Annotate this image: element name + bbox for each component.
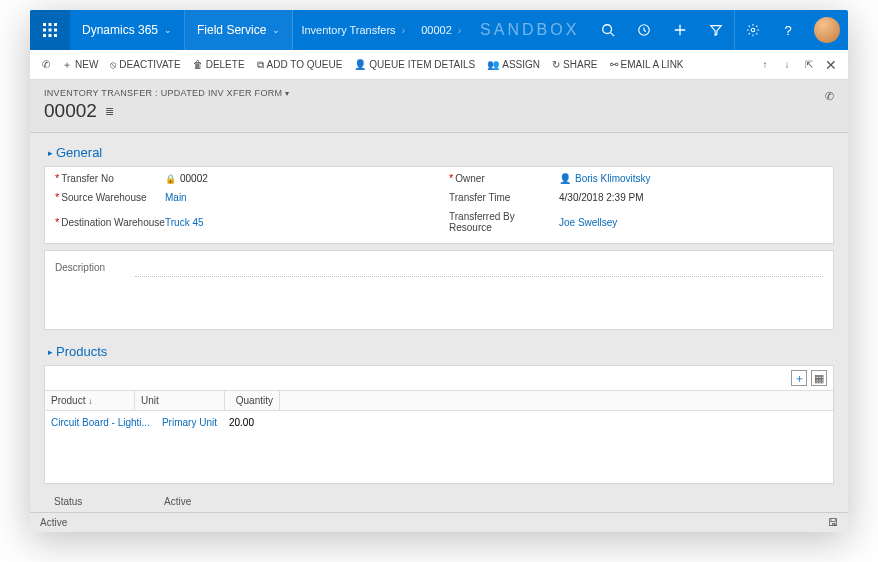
cell-product[interactable]: Circuit Board - Lighti...	[45, 417, 156, 428]
svg-rect-0	[43, 23, 46, 26]
section-products-label: Products	[56, 344, 107, 359]
products-grid: ＋ ▦ Product ↓ Unit Quantity Circuit Boar…	[44, 365, 834, 484]
filter-button[interactable]	[698, 10, 734, 50]
app-dropdown[interactable]: Field Service ⌄	[185, 10, 293, 50]
search-button[interactable]	[590, 10, 626, 50]
sort-icon: ↓	[88, 397, 92, 406]
breadcrumb-label: 00002	[421, 24, 452, 36]
recent-button[interactable]	[626, 10, 662, 50]
assign-command[interactable]: 👥ASSIGN	[481, 50, 546, 79]
grid-view-button[interactable]: ▦	[811, 370, 827, 386]
new-command[interactable]: ＋NEW	[56, 50, 104, 79]
save-icon[interactable]: 🖫	[828, 517, 838, 528]
brand-label: Dynamics 365	[82, 23, 158, 37]
general-panel: *Transfer No 🔒00002 *Owner 👤Boris Klimov…	[44, 166, 834, 244]
assign-icon: 👥	[487, 59, 499, 70]
close-button[interactable]: ✕	[820, 54, 842, 76]
field-description-label: Description	[55, 262, 105, 273]
queue-item-details-command[interactable]: 👤QUEUE ITEM DETAILS	[348, 50, 481, 79]
add-to-queue-command[interactable]: ⧉ADD TO QUEUE	[251, 50, 349, 79]
nav-down-button[interactable]: ↓	[776, 54, 798, 76]
phone-panel-button[interactable]: ✆	[818, 86, 840, 106]
app-label: Field Service	[197, 23, 266, 37]
svg-rect-3	[43, 29, 46, 32]
add-to-queue-label: ADD TO QUEUE	[267, 59, 343, 70]
svg-rect-5	[54, 29, 57, 32]
breadcrumb-record[interactable]: 00002 ›	[413, 24, 469, 36]
section-products-header[interactable]: ▸ Products	[44, 336, 834, 365]
status-value: Active	[164, 496, 191, 507]
section-general-label: General	[56, 145, 102, 160]
field-transfer-time[interactable]: Transfer Time 4/30/2018 2:39 PM	[449, 192, 823, 203]
assign-label: ASSIGN	[502, 59, 540, 70]
form-selector[interactable]: INVENTORY TRANSFER : UPDATED INV XFER FO…	[44, 88, 834, 98]
breadcrumb-label: Inventory Transfers	[301, 24, 395, 36]
description-panel: Description	[44, 250, 834, 330]
plus-icon: ＋	[62, 58, 72, 72]
record-title: 00002	[44, 100, 97, 122]
field-transfer-no[interactable]: *Transfer No 🔒00002	[55, 173, 429, 184]
global-nav: Dynamics 365 ⌄ Field Service ⌄ Inventory…	[30, 10, 848, 50]
brand-dropdown[interactable]: Dynamics 365 ⌄	[70, 10, 185, 50]
table-row[interactable]: Circuit Board - Lighti... Primary Unit 2…	[45, 411, 833, 434]
section-general-header[interactable]: ▸ General	[44, 137, 834, 166]
popout-button[interactable]: ⇱	[798, 54, 820, 76]
deactivate-icon: ⦸	[110, 59, 116, 71]
user-avatar[interactable]	[814, 17, 840, 43]
share-icon: ↻	[552, 59, 560, 70]
col-unit[interactable]: Unit	[135, 391, 225, 410]
svg-rect-1	[49, 23, 52, 26]
app-launcher-button[interactable]	[30, 10, 70, 50]
chevron-down-icon: ⌄	[272, 25, 280, 35]
email-link-command[interactable]: ⚯EMAIL A LINK	[604, 50, 690, 79]
help-button[interactable]: ?	[770, 10, 806, 50]
col-product[interactable]: Product ↓	[45, 391, 135, 410]
queue-item-details-label: QUEUE ITEM DETAILS	[369, 59, 475, 70]
share-label: SHARE	[563, 59, 597, 70]
svg-rect-6	[43, 34, 46, 37]
svg-point-14	[751, 28, 755, 32]
col-quantity[interactable]: Quantity	[225, 391, 280, 410]
svg-rect-8	[54, 34, 57, 37]
cell-quantity: 20.00	[223, 417, 260, 428]
breadcrumb-entity[interactable]: Inventory Transfers ›	[293, 24, 413, 36]
queue-details-icon: 👤	[354, 59, 366, 70]
grid-header: Product ↓ Unit Quantity	[45, 390, 833, 411]
delete-label: DELETE	[206, 59, 245, 70]
chevron-right-icon: ›	[402, 24, 406, 36]
record-header: ✆ INVENTORY TRANSFER : UPDATED INV XFER …	[30, 80, 848, 133]
chevron-down-icon: ⌄	[164, 25, 172, 35]
field-description-input[interactable]	[135, 265, 823, 277]
lock-icon: 🔒	[165, 174, 176, 184]
field-source-warehouse[interactable]: *Source Warehouse Main	[55, 192, 429, 203]
svg-rect-2	[54, 23, 57, 26]
status-label: Status	[54, 496, 164, 507]
deactivate-command[interactable]: ⦸DEACTIVATE	[104, 50, 186, 79]
form-body: ▸ General *Transfer No 🔒00002 *Owner 👤Bo…	[30, 133, 848, 512]
nav-up-button[interactable]: ↑	[754, 54, 776, 76]
share-command[interactable]: ↻SHARE	[546, 50, 603, 79]
field-destination-warehouse[interactable]: *Destination Warehouse Truck 45	[55, 211, 429, 233]
list-icon[interactable]: ≣	[105, 105, 114, 118]
settings-button[interactable]	[734, 10, 770, 50]
grid-add-button[interactable]: ＋	[791, 370, 807, 386]
phone-button[interactable]: ✆	[36, 50, 56, 79]
footer-state: Active	[40, 517, 67, 528]
queue-add-icon: ⧉	[257, 59, 264, 71]
caret-down-icon: ▸	[48, 347, 53, 357]
sandbox-watermark: SANDBOX	[469, 21, 590, 39]
caret-down-icon: ▾	[285, 89, 289, 98]
phone-icon: ✆	[42, 59, 50, 70]
email-link-label: EMAIL A LINK	[621, 59, 684, 70]
deactivate-label: DEACTIVATE	[119, 59, 180, 70]
field-owner[interactable]: *Owner 👤Boris Klimovitsky	[449, 173, 823, 184]
new-button[interactable]	[662, 10, 698, 50]
status-row: Status Active	[44, 490, 834, 512]
field-transferred-by[interactable]: Transferred By Resource Joe Swellsey	[449, 211, 823, 233]
command-bar: ✆ ＋NEW ⦸DEACTIVATE 🗑DELETE ⧉ADD TO QUEUE…	[30, 50, 848, 80]
cell-unit[interactable]: Primary Unit	[156, 417, 223, 428]
svg-rect-4	[49, 29, 52, 32]
svg-line-10	[611, 33, 615, 37]
delete-command[interactable]: 🗑DELETE	[187, 50, 251, 79]
svg-point-9	[603, 25, 612, 34]
